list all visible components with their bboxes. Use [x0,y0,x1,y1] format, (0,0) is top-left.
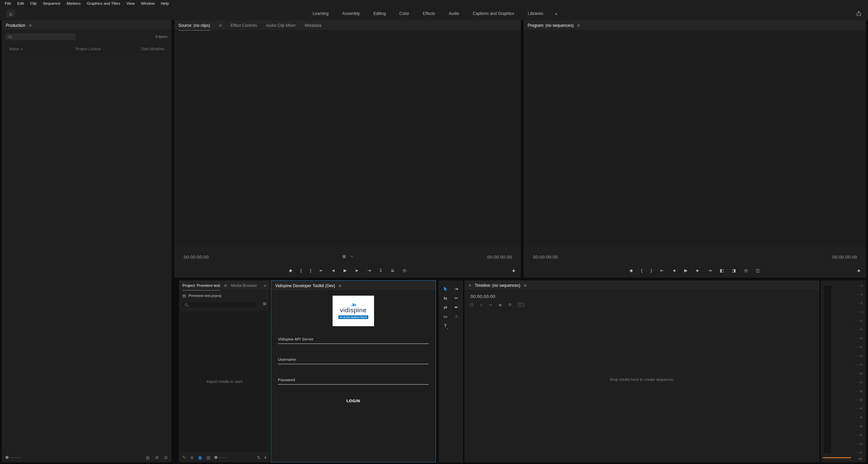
username-input[interactable] [278,357,429,364]
production-search-input[interactable] [14,35,73,39]
thumbnail-zoom-slider[interactable] [6,457,21,458]
zoom-slider-handle[interactable] [214,456,217,459]
export-frame-button[interactable]: ◎ [744,268,748,273]
step-back-button[interactable]: ◄ [672,268,676,273]
menu-sequence[interactable]: Sequence [40,1,64,5]
tab-production[interactable]: Production [6,20,25,31]
menu-edit[interactable]: Edit [14,1,27,5]
panel-menu-icon[interactable]: ≡ [338,283,341,288]
workspace-overflow-icon[interactable]: » [550,11,562,16]
type-tool[interactable]: T [440,321,451,330]
tab-media-browser[interactable]: Media Browser [231,280,257,291]
mark-out-button[interactable]: } [651,268,652,273]
list-view-button[interactable]: ≣ [190,456,194,460]
production-search-box[interactable] [6,33,75,40]
pen-tool[interactable]: ✒ [451,303,462,312]
tab-project[interactable]: Project: Premiere test [182,280,220,291]
rectangle-tool[interactable]: ▭ [440,312,451,321]
tab-timeline[interactable]: Timeline: (no sequences) [475,280,520,291]
workspace-tab-color[interactable]: Color [393,11,416,16]
play-button[interactable]: ▶ [684,268,688,273]
extract-button[interactable]: ◨ [732,268,736,273]
menu-clip[interactable]: Clip [27,1,40,5]
go-to-in-button[interactable]: ⇤ [319,268,323,273]
drag-audio-only-button[interactable]: ≈ [351,255,353,258]
column-header-name[interactable]: Name ▼ [9,47,23,51]
comparison-view-button[interactable]: ◫ [756,268,760,273]
new-search-bin-button[interactable]: ⊞ [263,302,266,306]
mark-in-button[interactable]: { [641,268,642,273]
track-select-forward-tool[interactable]: ⇥ [451,284,462,294]
drag-video-only-button[interactable]: ▦ [342,255,346,258]
menu-markers[interactable]: Markers [64,1,84,5]
source-current-timecode[interactable]: 00:00:00:00 [184,255,209,260]
menu-help[interactable]: Help [158,1,172,5]
menu-graphics-and-titles[interactable]: Graphics and Titles [84,1,123,5]
thumbnail-zoom-slider[interactable] [215,457,228,458]
close-icon[interactable]: × [468,283,471,288]
slip-tool[interactable]: ⇄ [440,303,451,312]
tab-audio-clip-mixer[interactable]: Audio Clip Mixer [266,20,296,31]
project-search-input[interactable] [190,303,254,307]
step-forward-button[interactable]: ► [696,268,700,273]
workspace-tab-libraries[interactable]: Libraries [521,11,550,16]
project-writable-pencil-icon[interactable]: ✎ [182,456,186,460]
workspace-tab-editing[interactable]: Editing [367,11,393,16]
go-to-out-button[interactable]: ⇥ [367,268,371,273]
hand-tool[interactable]: ☝ [451,312,462,321]
tab-program[interactable]: Program: (no sequences) [528,20,573,31]
program-current-timecode[interactable]: 00:00:00:00 [533,255,558,260]
add-marker-button[interactable]: ◆ [289,268,292,273]
lift-button[interactable]: ◧ [720,268,724,273]
button-editor-button[interactable]: + [512,268,515,274]
panel-menu-icon[interactable]: ≡ [219,23,222,28]
username-field[interactable] [278,356,429,364]
workspace-tab-captions-and-graphics[interactable]: Captions and Graphics [466,11,521,16]
go-to-out-button[interactable]: ⇥ [708,268,711,273]
share-button[interactable] [856,11,862,17]
tab-vidispine-toolkit[interactable]: Vidispine Developer Toolkit (Dev) [275,281,335,291]
new-item-button[interactable]: ▤ [146,456,150,460]
go-to-in-button[interactable]: ⇤ [660,268,663,273]
password-field[interactable] [278,376,429,385]
api-server-input[interactable] [278,337,429,344]
razor-tool[interactable]: ✂ [451,294,462,303]
panel-overflow-icon[interactable]: » [264,283,266,288]
chevron-down-icon[interactable]: ▾ [264,456,266,460]
project-file-row[interactable]: ▤ Premiere test.prproj [179,292,270,299]
mark-out-button[interactable]: } [310,268,311,273]
menu-window[interactable]: Window [138,1,158,5]
menu-view[interactable]: View [123,1,138,5]
play-button[interactable]: ▶ [343,268,347,273]
button-editor-button[interactable]: + [857,268,861,274]
api-server-field[interactable] [278,336,429,344]
step-forward-button[interactable]: ► [355,268,359,273]
selection-tool[interactable] [440,284,451,294]
column-header-date-modified[interactable]: Date Modified [141,47,164,51]
column-header-project-locked[interactable]: Project Locked [76,47,101,51]
tab-effect-controls[interactable]: Effect Controls [231,20,257,31]
zoom-slider-handle[interactable] [5,456,8,459]
step-back-button[interactable]: ◄ [331,268,335,273]
panel-menu-icon[interactable]: ≡ [524,283,526,288]
password-input[interactable] [278,378,429,384]
tab-source[interactable]: Source: (no clips) [178,20,210,31]
new-bin-button[interactable]: ⊞ [155,456,159,460]
add-marker-button[interactable]: ◆ [630,268,633,273]
workspace-tab-assembly[interactable]: Assembly [335,11,367,16]
project-bin-drop-area[interactable]: Import media to start [180,312,268,451]
export-frame-button[interactable]: ◎ [403,268,406,273]
panel-menu-icon[interactable]: ≡ [577,23,580,28]
icon-view-button[interactable]: ▦ [198,456,202,460]
delete-button[interactable]: ⊟ [164,456,167,460]
insert-button[interactable]: ↧ [379,268,383,273]
tab-metadata[interactable]: Metadata [304,20,321,31]
sort-icons-button[interactable]: ⇅ [257,456,260,460]
login-button[interactable]: LOGIN [347,399,360,403]
mark-in-button[interactable]: { [300,268,302,273]
workspace-tab-learning[interactable]: Learning [306,11,335,16]
project-search-box[interactable] [182,301,257,308]
overwrite-button[interactable]: ⇊ [391,268,394,273]
timeline-drop-area[interactable]: Drop media here to create sequence. [464,291,819,462]
panel-menu-icon[interactable]: ≡ [29,23,31,28]
